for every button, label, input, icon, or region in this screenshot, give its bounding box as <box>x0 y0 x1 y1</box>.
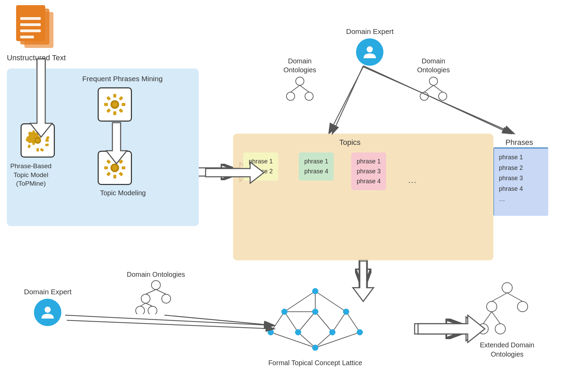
formal-lattice-container: Formal Topical Concept Lattice <box>250 281 380 367</box>
person-icon-top <box>362 45 377 60</box>
svg-rect-47 <box>122 103 125 106</box>
svg-line-73 <box>433 85 443 92</box>
extended-tree-svg <box>473 281 541 339</box>
svg-point-107 <box>502 283 512 293</box>
topics-label: Topics <box>339 138 360 147</box>
svg-point-106 <box>312 345 318 351</box>
topic-card-3: phrase 1 phrase 3 phrase 4 <box>351 152 386 190</box>
svg-rect-55 <box>113 157 116 161</box>
svg-point-54 <box>112 165 117 170</box>
svg-line-124 <box>332 66 363 134</box>
topic-card-1: phrase 1 phrase 2 <box>243 152 278 181</box>
gear-icon-freq <box>103 92 127 116</box>
topic-card-3-line1: phrase 1 <box>357 157 381 166</box>
svg-line-87 <box>271 312 284 332</box>
domain-ontologies-top-left: DomainOntologies <box>281 57 319 108</box>
svg-line-93 <box>346 312 360 332</box>
domain-ontologies-bottom: Domain Ontologies <box>127 271 185 315</box>
svg-rect-25 <box>20 36 34 38</box>
svg-line-67 <box>291 85 300 92</box>
svg-rect-23 <box>20 23 41 26</box>
phrase-based-label: Phrase-Based Topic Model (ToPMine) <box>10 162 51 188</box>
svg-point-101 <box>343 309 349 315</box>
topic-card-2: phrase 1 phrase 4 <box>299 152 334 181</box>
extended-domain-label: Extended DomainOntologies <box>473 340 541 359</box>
svg-point-64 <box>296 77 304 85</box>
svg-rect-36 <box>27 144 31 148</box>
svg-point-105 <box>357 329 363 335</box>
svg-line-82 <box>140 303 146 306</box>
tree-icon-top-right <box>415 76 452 107</box>
tree-icon-bottom <box>135 280 176 314</box>
svg-point-104 <box>329 329 335 335</box>
svg-point-27 <box>36 138 39 142</box>
svg-line-84 <box>284 291 315 312</box>
svg-rect-50 <box>106 108 111 113</box>
phrase-2: phrase 2 <box>499 163 543 173</box>
svg-point-99 <box>281 309 287 315</box>
frequent-phrases-label: Frequent Phrases Mining <box>82 75 163 83</box>
domain-ontologies-top-right-label: DomainOntologies <box>415 57 452 74</box>
phrase-list-box: phrase 1 phrase 2 phrase 3 phrase 4 … <box>493 147 548 216</box>
svg-rect-35 <box>40 148 44 152</box>
svg-point-77 <box>162 294 171 303</box>
lattice-svg <box>250 281 380 356</box>
domain-expert-bottom: Domain Expert <box>24 288 72 326</box>
svg-rect-22 <box>20 17 41 20</box>
svg-point-78 <box>136 306 145 314</box>
svg-rect-34 <box>45 144 49 147</box>
svg-rect-60 <box>106 172 111 176</box>
svg-rect-52 <box>106 96 111 100</box>
svg-point-76 <box>141 294 150 303</box>
domain-ontologies-top-left-label: DomainOntologies <box>281 57 319 74</box>
svg-rect-56 <box>119 159 123 164</box>
svg-line-83 <box>146 303 152 306</box>
diagram-container: Unstructured Text Frequent Phrases Minin… <box>0 0 588 384</box>
svg-point-75 <box>151 281 160 289</box>
svg-line-86 <box>315 291 346 312</box>
svg-line-92 <box>332 312 346 332</box>
topic-modeling-gear-box <box>98 151 132 185</box>
svg-point-71 <box>439 92 447 100</box>
phrase-based-gear-box <box>21 123 55 158</box>
phrase-ellipsis: … <box>499 194 543 205</box>
topic-card-2-line1: phrase 1 <box>304 157 328 166</box>
frequent-phrases-gear-box <box>98 87 132 122</box>
svg-rect-46 <box>119 96 123 100</box>
svg-point-109 <box>517 301 528 312</box>
svg-line-112 <box>492 293 507 301</box>
document-stack-icon <box>14 3 59 51</box>
extended-domain-container: Extended DomainOntologies <box>473 281 541 359</box>
svg-line-14 <box>329 67 363 134</box>
svg-point-108 <box>487 301 497 312</box>
svg-line-95 <box>298 332 315 348</box>
svg-point-66 <box>305 92 313 100</box>
svg-point-111 <box>495 324 505 334</box>
svg-point-98 <box>312 288 318 294</box>
domain-ontologies-bottom-label: Domain Ontologies <box>127 271 185 278</box>
svg-marker-18 <box>415 317 480 341</box>
person-icon-bottom <box>40 305 55 320</box>
svg-line-72 <box>424 85 433 92</box>
domain-expert-top-circle <box>356 38 383 66</box>
svg-line-115 <box>492 312 500 324</box>
topics-ellipsis: … <box>408 175 417 185</box>
topic-card-2-line2: phrase 4 <box>304 166 328 176</box>
svg-line-91 <box>315 312 332 332</box>
svg-line-16 <box>65 315 274 325</box>
svg-point-70 <box>420 92 428 100</box>
svg-line-97 <box>315 332 360 348</box>
domain-ontologies-top-right: DomainOntologies <box>415 57 452 108</box>
formal-lattice-label: Formal Topical Concept Lattice <box>250 359 380 367</box>
topic-modeling-label: Topic Modeling <box>100 189 146 197</box>
svg-point-69 <box>429 77 438 85</box>
svg-rect-24 <box>20 29 41 32</box>
svg-rect-51 <box>104 103 108 106</box>
svg-rect-62 <box>106 159 111 164</box>
unstructured-text-label: Unstructured Text <box>7 53 66 62</box>
phrase-3: phrase 3 <box>499 173 543 184</box>
svg-line-88 <box>284 312 298 332</box>
svg-line-113 <box>507 293 523 301</box>
svg-rect-49 <box>113 111 116 115</box>
svg-point-41 <box>112 102 117 107</box>
